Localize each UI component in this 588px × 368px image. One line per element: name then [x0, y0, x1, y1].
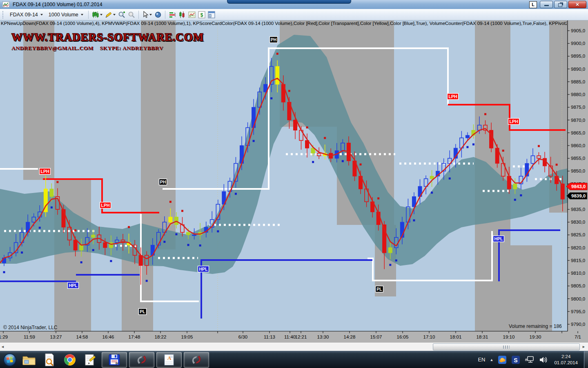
chevron-down-icon: [149, 14, 152, 16]
toolbar-grip[interactable]: [2, 11, 4, 18]
chart-mini-icon: [188, 11, 196, 18]
svg-text:9790,0: 9790,0: [571, 322, 585, 327]
svg-text:11:59: 11:59: [24, 334, 35, 339]
zoom-in-icon: [118, 11, 125, 18]
svg-text:$: $: [200, 12, 203, 18]
toolbar-separator: [138, 11, 139, 19]
chrome-icon: [64, 354, 76, 366]
svg-text:18:01: 18:01: [450, 334, 462, 339]
scroll-right-icon[interactable]: ►: [582, 345, 586, 349]
svg-text:11:40: 11:40: [284, 334, 296, 339]
svg-text:14:28: 14:28: [344, 334, 356, 339]
dollar-icon: $: [198, 11, 205, 18]
taskbar-item-notepad[interactable]: [80, 352, 100, 368]
floppy-disk-icon: 64: [108, 354, 120, 366]
instrument-selector[interactable]: FDAX 09-14: [7, 11, 46, 19]
skype-tray-icon[interactable]: S: [511, 355, 520, 364]
svg-text:9795,0: 9795,0: [571, 309, 585, 314]
taskbar-item-explorer[interactable]: [19, 352, 39, 368]
toolbar-separator: [165, 11, 165, 19]
svg-text:1:29: 1:29: [0, 334, 8, 339]
svg-text:9885,0: 9885,0: [571, 79, 585, 84]
zoom-out-button[interactable]: [127, 10, 136, 20]
volume-tray-icon[interactable]: [539, 356, 548, 364]
watermark-site: WWW.TRADERS-SOFTWARE.COM: [11, 31, 204, 44]
svg-text:12:21: 12:21: [295, 334, 307, 339]
clock-time: 2:24: [554, 354, 578, 360]
svg-text:9825,0: 9825,0: [571, 232, 585, 237]
svg-text:HPL: HPL: [199, 267, 208, 272]
show-desktop-button[interactable]: [584, 351, 588, 368]
scrollbar-grip-icon: [503, 346, 510, 349]
close-icon: ✕: [575, 2, 579, 7]
cursor-button[interactable]: [141, 10, 153, 20]
svg-text:13:30: 13:30: [317, 334, 329, 339]
svg-text:13:27: 13:27: [50, 334, 62, 339]
taskbar-app-backup64[interactable]: 64: [102, 352, 127, 368]
chart-mini-button[interactable]: [187, 10, 197, 20]
svg-text:9830,0: 9830,0: [571, 220, 585, 224]
start-button[interactable]: [1, 352, 19, 368]
svg-text:A: A: [167, 355, 172, 361]
taskbar-app-editor[interactable]: A: [156, 352, 182, 368]
scrollbar-thumb[interactable]: [433, 343, 580, 350]
ninjatrader-icon: [136, 354, 148, 366]
svg-text:16:46: 16:46: [102, 334, 114, 339]
taskbar-item-chrome[interactable]: [60, 352, 80, 368]
chart-hscrollbar[interactable]: ◄ ►: [0, 343, 588, 351]
windows-start-icon: [3, 353, 17, 367]
bars-type-button[interactable]: [167, 10, 177, 20]
chart-style-button[interactable]: [91, 10, 104, 20]
svg-text:LPH: LPH: [449, 94, 457, 99]
taskbar-app-ninjatrader-2[interactable]: [184, 352, 209, 368]
pencil-icon: [105, 11, 112, 18]
svg-text:9843,0: 9843,0: [571, 184, 586, 189]
zoom-in-button[interactable]: [117, 10, 127, 20]
svg-text:16:05: 16:05: [397, 334, 409, 339]
clock[interactable]: 2:24 01.07.2014: [554, 354, 578, 366]
instrument-label: FDAX 09-14: [10, 12, 38, 18]
language-indicator[interactable]: EN: [478, 357, 485, 363]
taskbar-item-search[interactable]: [39, 352, 60, 368]
svg-text:9815,0: 9815,0: [571, 258, 585, 263]
scroll-left-icon[interactable]: ◄: [1, 345, 4, 349]
chart-panel-button[interactable]: [207, 10, 216, 20]
svg-text:PL: PL: [376, 287, 382, 292]
search-document-icon: [44, 353, 55, 366]
svg-text:9820,0: 9820,0: [571, 245, 585, 250]
restore-button[interactable]: [554, 1, 567, 8]
svg-text:11:13: 11:13: [264, 334, 275, 339]
svg-text:64: 64: [116, 361, 119, 364]
candles-type-button[interactable]: [177, 10, 187, 20]
chart-canvas[interactable]: PHPHPLPLLPHLPHLPHLPHHPLHPLHPL9905,09900,…: [0, 20, 588, 343]
hidden-icons-arrow-icon[interactable]: ▲: [490, 358, 494, 362]
drawing-tools-button[interactable]: [104, 10, 117, 20]
network-tray-icon[interactable]: [525, 356, 535, 364]
svg-text:PH: PH: [160, 180, 166, 184]
svg-text:17:10: 17:10: [423, 334, 435, 339]
ninjatrader-icon: [190, 354, 203, 366]
data-box-icon: [154, 11, 162, 18]
minimize-button[interactable]: [540, 1, 553, 8]
svg-text:9890,0: 9890,0: [571, 67, 585, 72]
window-controls: L ✕: [529, 1, 586, 8]
chart-panel-icon: [208, 11, 215, 18]
taskbar-app-ninjatrader[interactable]: [129, 352, 154, 368]
svg-text:PL: PL: [140, 309, 145, 314]
svg-text:LPH: LPH: [41, 169, 49, 174]
interval-selector[interactable]: 1000 Volume: [46, 11, 86, 19]
svg-text:HPL: HPL: [494, 236, 503, 241]
svg-text:6/30: 6/30: [238, 334, 247, 339]
svg-text:19:05: 19:05: [181, 334, 193, 339]
hidden-window-tab[interactable]: [227, 0, 351, 4]
chevron-down-icon: [113, 14, 116, 16]
indicator-list: KPNewUpDown(FDAX 09-14 (1000 Volume),4),…: [1, 21, 567, 26]
svg-text:9905,0: 9905,0: [571, 28, 585, 33]
data-box-button[interactable]: [153, 10, 163, 20]
close-button[interactable]: ✕: [568, 1, 586, 8]
svg-text:9835,0: 9835,0: [571, 207, 585, 212]
account-dollar-button[interactable]: $: [197, 10, 207, 20]
chart-style-icon: [92, 11, 99, 18]
cloud-app-tray-icon[interactable]: [498, 355, 507, 364]
link-button[interactable]: L: [529, 1, 537, 8]
